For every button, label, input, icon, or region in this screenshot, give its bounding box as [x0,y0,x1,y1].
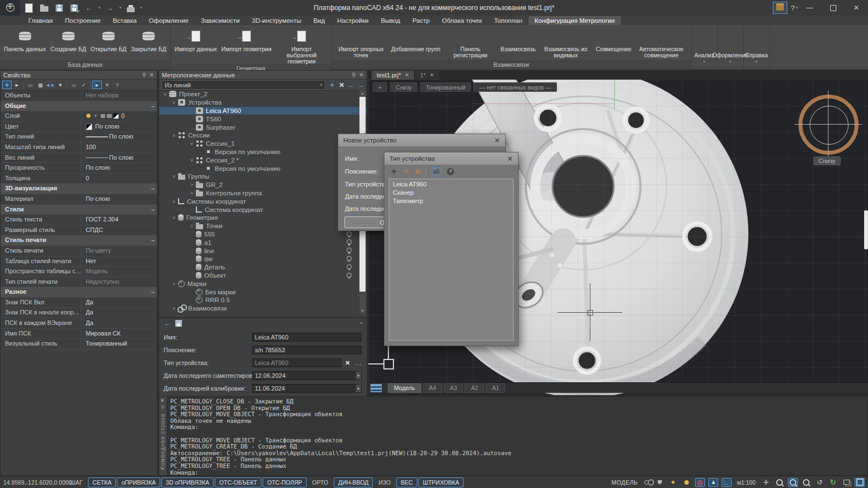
expander-icon[interactable]: v [170,132,177,138]
annotation-scale-icon[interactable] [642,478,652,487]
expander-icon[interactable]: > [188,190,195,196]
property-row[interactable]: Стиль печати [1,235,157,246]
lighting-icon[interactable]: ✦ [668,478,678,487]
clear-selection-button[interactable]: ✕ [102,81,112,89]
close-icon[interactable]: ✕ [507,155,513,163]
tree-item[interactable]: v Сессия_1 [159,140,367,148]
ribbon-button[interactable]: Создание БД [49,26,88,61]
property-row[interactable]: Цвет По слою [1,122,157,132]
property-row[interactable]: Визуальный стиль Тонированный [1,339,157,349]
status-toggle-button[interactable]: оПРИВЯЗКА [117,477,160,487]
property-row[interactable]: Стиль печати По цвету [1,246,157,257]
expander-icon[interactable]: v [188,141,195,146]
tree-item[interactable]: > GR_2 [159,181,367,189]
ribbon-tab[interactable]: 3D-инструменты [246,16,307,25]
pan-icon[interactable]: ✛ [761,478,771,487]
tree-item[interactable]: Без марки [159,288,367,296]
tree-item[interactable]: v Сессии [159,131,367,140]
ribbon-button[interactable]: → Импорт геометрии [220,26,273,65]
app-store-button[interactable] [773,2,787,14]
layout-tab[interactable]: А4 [423,383,442,393]
ribbon-button[interactable]: Взаимосвязь [499,26,537,61]
forward-arrow-button[interactable]: → [358,81,364,89]
tree-item[interactable]: Leica AT960 [159,107,367,115]
tree-item[interactable]: Версия по умолчанию [159,148,367,156]
chevron-down-icon[interactable]: ▾ [360,321,362,326]
date-dropdown-icon[interactable]: ▼ [355,371,362,380]
tree-item[interactable]: v Системы координат [159,197,367,205]
undo-button[interactable]: ← [83,2,95,13]
close-tab-icon[interactable]: ✕ [405,72,409,78]
tree-item[interactable]: Объект [159,272,367,280]
save-icon[interactable] [175,320,182,327]
ribbon-button[interactable]: Совмещение [594,26,633,61]
ribbon-button[interactable]: → Импорт выбранной геометрии [274,26,329,65]
fullscreen-icon[interactable] [855,478,865,487]
expander-icon[interactable]: > [188,182,195,188]
property-row[interactable]: Разное [1,287,157,298]
property-row[interactable]: Масштаб типа линий 100 [1,142,157,153]
tree-item[interactable]: v Марки [159,279,367,288]
status-toggle-button[interactable]: ШТРИХОВКА [418,477,464,487]
property-row[interactable]: Прозрачность По слою [1,163,157,174]
help-circle-icon[interactable]: ? [447,168,454,175]
open-document-button[interactable] [38,2,50,13]
browse-button[interactable]: ... [355,359,362,366]
delete-button[interactable]: ✕ [339,81,344,89]
visibility-bulb-icon[interactable] [347,231,352,236]
clear-field-icon[interactable]: ✕ [345,359,350,367]
property-row[interactable]: Материал По слою [1,194,157,205]
tree-item[interactable]: line [159,247,367,255]
visibility-bulb-icon[interactable] [347,264,352,269]
delete-type-button[interactable]: ✕ [415,167,421,176]
print-button[interactable] [125,2,136,13]
back-arrow-icon[interactable]: ← [164,319,171,328]
tree-item[interactable]: Деталь [159,263,367,272]
expander-icon[interactable]: v [170,305,177,311]
maximize-button[interactable] [821,0,845,16]
status-toggle-button[interactable]: ВЕС [396,477,417,487]
ribbon-dropdown-button[interactable]: Справка ▾ [744,25,770,69]
ribbon-button[interactable]: Автоматическое совмещение [634,26,689,61]
expander-icon[interactable]: v [170,281,177,287]
close-tab-icon[interactable]: ✕ [430,72,434,78]
status-toggle-button[interactable]: ШАГ [66,477,87,487]
model-space-label[interactable]: МОДЕЛЬ [611,479,638,486]
undo-dropdown[interactable]: ▾ [98,6,101,10]
bulb-icon[interactable] [682,478,692,487]
ribbon-button[interactable]: Импорт опорных точек [334,26,388,61]
tree-item[interactable]: v Сессия_2 * [159,156,367,164]
status-toggle-button[interactable]: ОТС-ОБЪЕКТ [215,477,262,487]
layout-tab[interactable]: А1 [486,383,505,393]
property-row[interactable]: Толщина 0 [1,174,157,184]
ribbon-tab[interactable]: Конфигурация Метрология [529,16,621,25]
property-row[interactable]: ПСК в каждом ВЭкране Да [1,318,157,329]
ribbon-button[interactable]: Панель данных [2,26,48,61]
property-row[interactable]: Имя ПСК Мировая СК [1,329,157,339]
viewport-scrollbar-thumb[interactable] [864,210,868,249]
ribbon-dropdown-button[interactable]: Анализ ▾ [692,25,718,69]
tree-item[interactable]: > Контрольня группа [159,189,367,198]
crossing-select-button[interactable]: ▦ [36,81,45,89]
pin-icon[interactable]: ⚲ [142,72,146,78]
expander-icon[interactable]: v [170,174,177,179]
app-menu-button[interactable] [0,0,20,16]
pin-icon[interactable]: ⚲ [352,72,356,78]
ribbon-button[interactable]: Открытие БД [89,26,128,61]
device-type-field[interactable]: Leica AT960 [252,358,342,367]
tree-item[interactable]: Система координат [159,205,367,214]
apply-selection-button[interactable]: ✓ [79,81,88,89]
rename-button[interactable]: аб [431,167,442,176]
layout-tab[interactable]: А2 [465,383,484,393]
visibility-bulb-icon[interactable] [347,248,352,253]
ribbon-tab[interactable]: Вид [307,16,331,25]
visibility-bulb-icon[interactable] [347,256,352,261]
viewport-control-button[interactable]: --- нет связанных видов --- [474,82,556,92]
zoom-icon[interactable] [775,478,785,487]
layout-tab[interactable]: Модель [388,383,421,393]
qat-customize-dropdown[interactable]: ▾ [140,6,142,10]
tree-item[interactable]: TS60 [159,115,367,123]
invert-selection-button[interactable]: ◄► [46,81,55,89]
ribbon-tab[interactable]: Вывод [374,16,406,25]
ribbon-tab[interactable]: Зависимости [195,16,246,25]
